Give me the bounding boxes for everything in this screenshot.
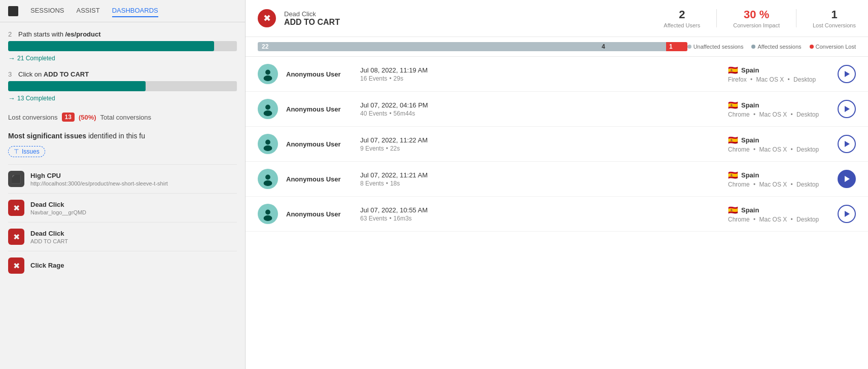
session-date: Jul 07, 2022, 11:21 AM <box>360 171 720 179</box>
legend-lost: Conversion Lost <box>810 44 856 50</box>
browser-info: Chrome • Mac OS X • Desktop <box>728 111 829 118</box>
click-rage-icon: ✖ <box>8 257 24 274</box>
play-button[interactable] <box>838 65 856 83</box>
session-location: 🇪🇸 Spain Chrome • Mac OS X • Desktop <box>728 135 829 153</box>
country-name: Spain <box>741 136 759 144</box>
conversion-impact-value: 30 % <box>733 8 780 21</box>
session-row[interactable]: Anonymous User Jul 07, 2022, 11:21 AM 8 … <box>246 162 868 197</box>
path-item-1: 2 Path starts with /es/product → 21 Comp… <box>8 30 237 62</box>
browser-info: Firefox • Mac OS X • Desktop <box>728 76 829 83</box>
flag-icon: 🇪🇸 <box>728 170 738 180</box>
issue-sub-cart: ADD TO CART <box>30 238 68 244</box>
segment-affected: 4 <box>598 42 666 51</box>
svg-point-14 <box>264 215 272 221</box>
detail-type-label: Dead Click <box>284 10 340 18</box>
lost-conversions-label: Lost Conversions <box>813 22 856 28</box>
session-row[interactable]: Anonymous User Jul 07, 2022, 11:22 AM 9 … <box>246 127 868 162</box>
svg-point-10 <box>265 175 270 180</box>
play-button[interactable] <box>838 135 856 153</box>
nav-dashboards[interactable]: DASHBOARDS <box>112 5 158 17</box>
play-triangle-icon <box>845 71 850 77</box>
legend-lost-label: Conversion Lost <box>816 44 856 50</box>
play-triangle-icon <box>845 176 850 182</box>
browser-info: Chrome • Mac OS X • Desktop <box>728 216 829 223</box>
svg-point-2 <box>264 76 272 81</box>
issues-filter-button[interactable]: ⊤ Issues <box>8 146 45 157</box>
conversion-impact-label: Conversion Impact <box>733 22 780 28</box>
session-row[interactable]: Anonymous User Jul 07, 2022, 10:55 AM 63… <box>246 197 868 232</box>
session-row[interactable]: Anonymous User Jul 07, 2022, 04:16 PM 40… <box>246 92 868 127</box>
user-avatar <box>258 169 278 189</box>
session-row[interactable]: Anonymous User Jul 08, 2022, 11:19 AM 16… <box>246 57 868 92</box>
path-num-1: 2 <box>8 30 14 38</box>
legend-dot-affected <box>751 45 755 49</box>
session-meta: Jul 07, 2022, 04:16 PM 40 Events•56m44s <box>360 101 720 117</box>
play-button[interactable] <box>838 170 856 188</box>
legend-dot-lost <box>810 45 814 49</box>
session-events: 9 Events•22s <box>360 145 720 152</box>
issue-dead-click-navbar[interactable]: ✖ Dead Click Navbar_logo__grQMD <box>8 193 237 222</box>
country-name: Spain <box>741 101 759 109</box>
country-name: Spain <box>741 66 759 74</box>
stat-divider-1 <box>716 9 717 27</box>
session-location: 🇪🇸 Spain Chrome • Mac OS X • Desktop <box>728 205 829 223</box>
arrow-icon-1: → <box>8 54 15 62</box>
lost-conversions-value: 1 <box>813 8 856 21</box>
country-name: Spain <box>741 171 759 179</box>
play-triangle-icon <box>845 211 850 217</box>
session-events: 16 Events•29s <box>360 75 720 82</box>
play-button[interactable] <box>838 100 856 118</box>
session-events: 8 Events•18s <box>360 180 720 187</box>
session-date: Jul 08, 2022, 11:19 AM <box>360 66 720 74</box>
affected-users-value: 2 <box>664 8 700 21</box>
play-triangle-icon <box>845 141 850 147</box>
issue-high-cpu[interactable]: ⬛ High CPU http://localhost:3000/es/prod… <box>8 164 237 193</box>
flag-icon: 🇪🇸 <box>728 135 738 145</box>
top-nav: SESSIONS ASSIST DASHBOARDS <box>0 0 245 22</box>
session-events: 40 Events•56m44s <box>360 110 720 117</box>
progress-bar-1 <box>8 41 237 51</box>
user-name: Anonymous User <box>286 105 352 113</box>
issue-name-navbar: Dead Click <box>30 201 86 208</box>
stat-divider-2 <box>796 9 796 27</box>
lost-pct: (50%) <box>79 114 96 121</box>
flag-icon: 🇪🇸 <box>728 65 738 75</box>
svg-point-7 <box>265 140 270 145</box>
flag-icon: 🇪🇸 <box>728 205 738 215</box>
progress-bar-2 <box>8 81 237 91</box>
arrow-icon-2: → <box>8 94 15 102</box>
svg-point-5 <box>264 110 272 116</box>
legend-unaffected-label: Unaffected sessions <box>693 44 744 50</box>
nav-sessions[interactable]: SESSIONS <box>30 5 64 17</box>
session-list: Anonymous User Jul 08, 2022, 11:19 AM 16… <box>246 57 868 369</box>
issue-click-rage[interactable]: ✖ Click Rage <box>8 251 237 280</box>
country-name: Spain <box>741 206 759 214</box>
play-button[interactable] <box>838 205 856 223</box>
user-avatar <box>258 64 278 84</box>
segment-lost: 1 <box>666 42 687 51</box>
left-panel: SESSIONS ASSIST DASHBOARDS 2 Path starts… <box>0 0 246 369</box>
completed-label-1: → 21 Completed <box>8 54 237 62</box>
legend-unaffected: Unaffected sessions <box>687 44 744 50</box>
detail-name-label: ADD TO CART <box>284 18 340 27</box>
user-avatar <box>258 134 278 154</box>
session-events: 63 Events•16m3s <box>360 215 720 222</box>
issue-dead-click-cart[interactable]: ✖ Dead Click ADD TO CART <box>8 222 237 251</box>
progress-fill-2 <box>8 81 146 91</box>
cpu-icon: ⬛ <box>8 171 24 187</box>
issue-name-cpu: High CPU <box>30 172 168 179</box>
progress-fill-1 <box>8 41 214 51</box>
legend: Unaffected sessions Affected sessions Co… <box>687 44 856 50</box>
path-item-2: 3 Click on ADD TO CART → 13 Completed <box>8 70 237 102</box>
segment-unaffected: 22 <box>258 42 598 51</box>
dead-click-header-icon: ✖ <box>258 9 276 27</box>
svg-point-1 <box>265 70 270 75</box>
session-date: Jul 07, 2022, 04:16 PM <box>360 101 720 109</box>
legend-affected-label: Affected sessions <box>757 44 801 50</box>
play-triangle-icon <box>845 106 850 112</box>
dead-click-icon-cart: ✖ <box>8 229 24 245</box>
issue-name-rage: Click Rage <box>30 262 64 269</box>
nav-assist[interactable]: ASSIST <box>76 5 99 17</box>
browser-info: Chrome • Mac OS X • Desktop <box>728 146 829 153</box>
issues-section: Most significant issues identified in th… <box>8 132 237 280</box>
